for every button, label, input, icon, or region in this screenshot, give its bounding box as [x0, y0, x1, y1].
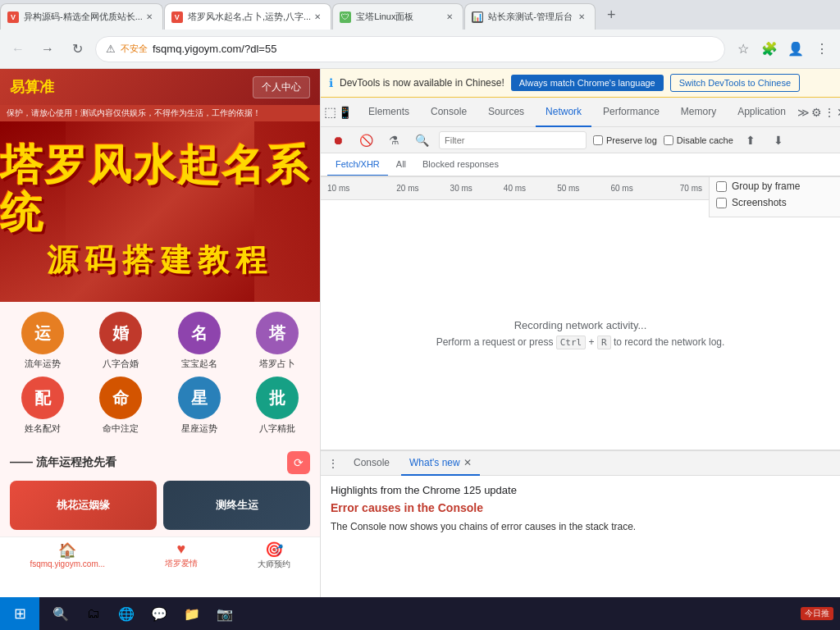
icon-item-4[interactable]: 配 姓名配对: [7, 377, 79, 435]
nav-master-label: 大师预约: [258, 559, 290, 570]
devtools-settings-icon[interactable]: ⚙: [811, 102, 822, 123]
preserve-log-label[interactable]: Preserve log: [593, 135, 657, 145]
icon-item-7[interactable]: 批 八字精批: [242, 377, 314, 435]
record-button[interactable]: ⏺: [327, 130, 349, 151]
extension-button[interactable]: 🧩: [758, 38, 781, 61]
taskbar-wechat[interactable]: 💬: [144, 599, 174, 628]
clear-button[interactable]: 🚫: [355, 130, 377, 151]
webpage-content: 易算准 个人中心 保护，请放心使用！测试内容仅供娱乐，不得作为生活，工作的依据！…: [0, 69, 320, 597]
site-header: 易算准 个人中心: [0, 69, 320, 105]
tab-console[interactable]: Console: [421, 98, 477, 127]
tab-1-close[interactable]: ✕: [143, 11, 156, 24]
icon-item-0[interactable]: 运 流年运势: [7, 312, 79, 370]
tab-1[interactable]: V 异构源码-精选全网优质站长... ✕: [0, 3, 163, 30]
forward-button[interactable]: →: [36, 38, 59, 61]
url-bar[interactable]: ⚠ 不安全 fsqmq.yigoym.com/?dl=55: [95, 36, 725, 62]
taskbar-chrome[interactable]: 🌐: [112, 599, 141, 628]
back-button[interactable]: ←: [7, 38, 30, 61]
tab-network[interactable]: Network: [536, 98, 591, 127]
tab-4[interactable]: 📊 站长亲测试-管理后台 ✕: [464, 3, 596, 30]
icon-item-3[interactable]: 塔 塔罗占卜: [242, 312, 314, 370]
taskbar-explorer[interactable]: 📁: [177, 599, 207, 628]
user-center-button[interactable]: 个人中心: [253, 76, 310, 98]
filter-icon[interactable]: ⚗: [383, 130, 404, 151]
disable-cache-label[interactable]: Disable cache: [664, 135, 733, 145]
devtools-panel: ℹ DevTools is now available in Chinese! …: [320, 69, 840, 597]
taskbar-camera[interactable]: 📷: [210, 599, 240, 628]
match-language-button[interactable]: Always match Chrome's language: [511, 75, 664, 91]
console-panel-dots[interactable]: ⋮: [327, 457, 339, 470]
whatsnew-close[interactable]: ✕: [463, 457, 472, 468]
group-by-frame-checkbox[interactable]: [716, 181, 727, 192]
tab-2[interactable]: V 塔罗风水起名,占卜,运势,八字... ✕: [164, 3, 331, 30]
icon-circle-3: 塔: [256, 312, 299, 354]
search-icon[interactable]: 🔍: [411, 130, 432, 151]
devtools-device-icon[interactable]: 📱: [338, 102, 352, 123]
profile-button[interactable]: 👤: [784, 38, 807, 61]
section-title: —— 流年运程抢先看: [10, 455, 116, 470]
start-button[interactable]: ⊞: [0, 597, 39, 630]
switch-to-chinese-button[interactable]: Switch DevTools to Chinese: [670, 74, 800, 92]
screenshots-checkbox[interactable]: [716, 198, 727, 208]
tab-sources[interactable]: Sources: [478, 98, 534, 127]
tab-3[interactable]: 🛡 宝塔Linux面板 ✕: [332, 3, 463, 30]
console-error-title[interactable]: Error causes in the Console: [331, 501, 830, 514]
insecure-label: 不安全: [121, 43, 148, 55]
screenshots-label[interactable]: Screenshots: [716, 197, 833, 208]
nf-all[interactable]: All: [388, 153, 414, 176]
tab-elements[interactable]: Elements: [358, 98, 419, 127]
tab-4-favicon: 📊: [472, 11, 483, 23]
console-tab-console[interactable]: Console: [345, 451, 398, 476]
fortune-card-1[interactable]: 测终生运: [163, 481, 310, 530]
taskbar-search[interactable]: 🔍: [46, 599, 75, 628]
devtools-close-icon[interactable]: ✕: [837, 102, 840, 123]
devtools-dots-icon[interactable]: ⋮: [824, 102, 835, 123]
group-by-frame-label[interactable]: Group by frame: [716, 180, 833, 192]
filter-input[interactable]: [439, 131, 587, 149]
right-panel-options: Group by frame Screenshots: [709, 177, 840, 217]
taskbar-taskview[interactable]: 🗂: [79, 599, 108, 628]
bookmark-button[interactable]: ☆: [732, 38, 755, 61]
tab-1-title: 异构源码-精选全网优质站长...: [24, 11, 143, 23]
share-button[interactable]: ⟳: [287, 451, 310, 474]
icon-item-5[interactable]: 命 命中注定: [85, 377, 158, 435]
tab-application[interactable]: Application: [728, 98, 796, 127]
tab-3-favicon: 🛡: [340, 11, 351, 23]
nav-home-label: fsqmq.yigoym.com...: [30, 559, 105, 568]
export-button[interactable]: ⬇: [768, 130, 789, 151]
ruler-30ms: 30 ms: [435, 184, 488, 193]
new-tab-button[interactable]: +: [600, 3, 623, 26]
icon-label-3: 塔罗占卜: [259, 358, 295, 370]
tab-4-close[interactable]: ✕: [575, 11, 588, 24]
preserve-log-checkbox[interactable]: [593, 135, 603, 145]
nf-fetch-xhr[interactable]: Fetch/XHR: [327, 153, 388, 176]
site-logo: 易算准: [10, 77, 54, 97]
import-button[interactable]: ⬆: [740, 130, 761, 151]
nav-love[interactable]: ♥ 塔罗爱情: [165, 541, 198, 569]
timeline-ruler: 10 ms 20 ms 30 ms 40 ms 50 ms 60 ms 70 m…: [327, 184, 702, 193]
icon-circle-6: 星: [178, 377, 221, 419]
devtools-more-tabs[interactable]: ≫: [797, 102, 810, 123]
main-area: 易算准 个人中心 保护，请放心使用！测试内容仅供娱乐，不得作为生活，工作的依据！…: [0, 69, 840, 597]
menu-button[interactable]: ⋮: [810, 38, 833, 61]
console-tab-whatsnew[interactable]: What's new ✕: [401, 451, 480, 476]
nf-blocked[interactable]: Blocked responses: [414, 153, 507, 176]
tab-performance[interactable]: Performance: [593, 98, 669, 127]
nav-master[interactable]: 🎯 大师预约: [258, 541, 290, 570]
icon-item-2[interactable]: 名 宝宝起名: [163, 312, 235, 370]
site-bottom-nav: 🏠 fsqmq.yigoym.com... ♥ 塔罗爱情 🎯 大师预约: [0, 536, 320, 573]
icon-item-6[interactable]: 星 星座运势: [163, 377, 235, 435]
icon-item-1[interactable]: 婚 八字合婚: [85, 312, 158, 370]
disable-cache-checkbox[interactable]: [664, 135, 673, 145]
devtools-inspect-icon[interactable]: ⬚: [324, 102, 336, 123]
nav-home[interactable]: 🏠 fsqmq.yigoym.com...: [30, 541, 105, 568]
fortune-card-0[interactable]: 桃花运姻缘: [10, 481, 157, 530]
taskbar-notification[interactable]: 今日推: [801, 607, 833, 620]
icon-char-5: 命: [112, 387, 129, 409]
tab-memory[interactable]: Memory: [671, 98, 726, 127]
tab-1-favicon: V: [7, 11, 19, 23]
tab-3-close[interactable]: ✕: [443, 11, 456, 24]
tab-2-close[interactable]: ✕: [311, 11, 324, 24]
icon-label-4: 姓名配对: [25, 422, 61, 435]
reload-button[interactable]: ↻: [66, 38, 89, 61]
